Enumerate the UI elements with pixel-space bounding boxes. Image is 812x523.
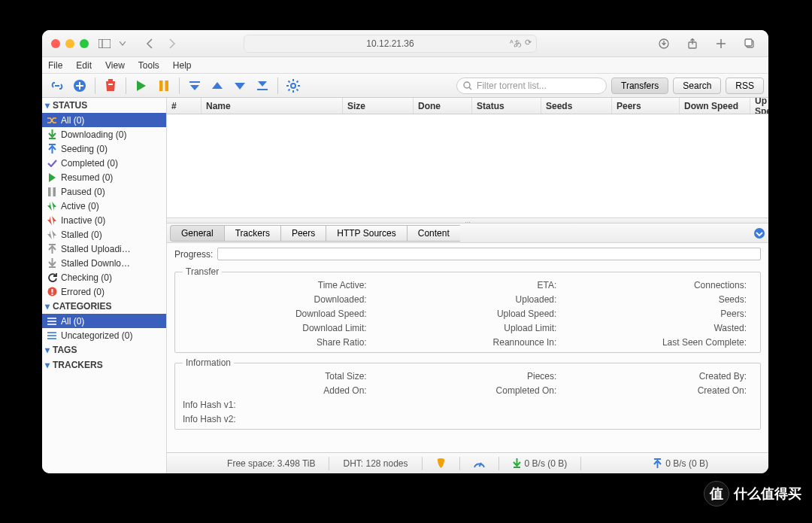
col-down[interactable]: Down Speed (680, 98, 750, 114)
move-down-button[interactable] (229, 77, 250, 95)
sidebar-group-categories[interactable]: ▾CATEGORIES (42, 299, 166, 314)
sidebar-item-active[interactable]: Active (0) (42, 199, 166, 213)
add-torrent-button[interactable] (69, 77, 90, 95)
reader-icon[interactable]: ᴬあ (510, 38, 522, 49)
sidebar-item-cat-uncategorized[interactable]: Uncategorized (0) (42, 328, 166, 342)
sidebar-item-seeding[interactable]: Seeding (0) (42, 141, 166, 156)
detail-tab-http[interactable]: HTTP Sources (326, 225, 406, 242)
status-down-rate[interactable]: 0 B/s (0 B) (513, 458, 568, 469)
sidebar-item-stalled[interactable]: Stalled (0) (42, 227, 166, 242)
torrent-table-body (167, 114, 768, 217)
sidebar-group-status[interactable]: ▾STATUS (42, 98, 166, 113)
svg-point-34 (754, 228, 765, 239)
transfer-legend: Transfer (183, 266, 222, 277)
sidebar-item-cat-all[interactable]: All (0) (42, 314, 166, 328)
menu-view[interactable]: View (105, 60, 125, 71)
col-up[interactable]: Up Speed (750, 98, 768, 114)
label-pieces: Pieces: (373, 371, 563, 382)
pause-icon (47, 187, 57, 197)
detail-tab-general[interactable]: General (170, 225, 224, 242)
col-seeds[interactable]: Seeds (541, 98, 612, 114)
app-window: 10.12.21.36 ᴬあ⟳ File Edit View Tools Hel… (42, 30, 768, 473)
menu-help[interactable]: Help (173, 60, 192, 71)
status-firewall-icon[interactable] (436, 458, 446, 469)
sidebar-item-errored[interactable]: Errored (0) (42, 284, 166, 299)
download-icon (47, 129, 57, 140)
svg-line-19 (297, 81, 298, 82)
tab-transfers[interactable]: Transfers (611, 78, 668, 94)
status-alt-speed-icon[interactable] (474, 458, 485, 468)
col-peers[interactable]: Peers (612, 98, 680, 114)
move-top-button[interactable] (184, 77, 205, 95)
address-text: 10.12.21.36 (366, 38, 414, 49)
sidebar-item-all[interactable]: All (0) (42, 113, 166, 127)
col-done[interactable]: Done (414, 98, 472, 114)
filter-placeholder: Filter torrent list... (477, 81, 547, 91)
back-button[interactable] (140, 35, 159, 52)
col-size[interactable]: Size (343, 98, 414, 114)
status-up-rate[interactable]: 0 B/s (0 B) (653, 458, 708, 469)
window-controls (51, 39, 89, 48)
delete-button[interactable] (100, 77, 121, 95)
status-free-space: Free space: 3.498 TiB (227, 458, 315, 469)
tabs-overview-icon[interactable] (740, 35, 759, 52)
sidebar-item-stalled-uploading[interactable]: Stalled Uploadi… (42, 242, 166, 256)
svg-point-21 (464, 82, 470, 88)
svg-rect-8 (108, 79, 113, 81)
add-link-button[interactable] (47, 77, 68, 95)
sidebar-item-stalled-downloading[interactable]: Stalled Downlo… (42, 256, 166, 270)
label-downloaded: Downloaded: (183, 294, 373, 305)
menu-edit[interactable]: Edit (76, 60, 92, 71)
error-icon (47, 287, 57, 297)
pause-button[interactable] (153, 77, 174, 95)
sidebar-item-checking[interactable]: Checking (0) (42, 270, 166, 284)
expand-icon[interactable] (753, 227, 765, 239)
move-up-button[interactable] (207, 77, 228, 95)
maximize-window-button[interactable] (80, 39, 89, 48)
tab-search[interactable]: Search (673, 78, 721, 94)
address-bar[interactable]: 10.12.21.36 ᴬあ⟳ (244, 35, 537, 53)
sidebar-group-tags[interactable]: ▾TAGS (42, 342, 166, 357)
menu-file[interactable]: File (48, 60, 62, 71)
sidebar-item-downloading[interactable]: Downloading (0) (42, 127, 166, 141)
active-icon (47, 201, 57, 211)
tab-rss[interactable]: RSS (726, 78, 764, 94)
upload-icon (47, 144, 57, 154)
label-dl-limit: Download Limit: (183, 323, 373, 333)
col-status[interactable]: Status (472, 98, 541, 114)
status-dht: DHT: 128 nodes (343, 458, 408, 469)
sidebar-toggle-icon[interactable] (95, 35, 114, 52)
splitter[interactable]: ··· (167, 217, 768, 223)
inactive-icon (47, 215, 57, 226)
minimize-window-button[interactable] (65, 39, 74, 48)
information-fieldset: Information Total Size: Pieces: Created … (174, 357, 761, 430)
sidebar-item-paused[interactable]: Paused (0) (42, 184, 166, 199)
forward-button[interactable] (162, 35, 182, 52)
share-icon[interactable] (683, 35, 702, 52)
download-icon[interactable] (654, 35, 674, 52)
sidebar-group-trackers[interactable]: ▾TRACKERS (42, 357, 166, 372)
detail-tab-trackers[interactable]: Trackers (224, 225, 280, 242)
svg-point-12 (291, 84, 295, 88)
col-num[interactable]: # (167, 98, 201, 114)
play-icon (47, 172, 57, 183)
toolbar: Filter torrent list... Transfers Search … (42, 74, 768, 98)
sidebar-item-inactive[interactable]: Inactive (0) (42, 213, 166, 227)
dropdown-chevron-icon[interactable] (117, 35, 128, 52)
svg-rect-5 (745, 39, 752, 46)
detail-tab-peers[interactable]: Peers (280, 225, 326, 242)
stalled-icon (47, 230, 57, 240)
reload-icon[interactable]: ⟳ (525, 38, 532, 49)
close-window-button[interactable] (51, 39, 60, 48)
detail-tab-content[interactable]: Content (407, 225, 460, 242)
sidebar-item-resumed[interactable]: Resumed (0) (42, 170, 166, 184)
new-tab-icon[interactable] (711, 35, 731, 52)
resume-button[interactable] (131, 77, 152, 95)
filter-input[interactable]: Filter torrent list... (456, 78, 607, 94)
sidebar-item-completed[interactable]: Completed (0) (42, 156, 166, 170)
col-name[interactable]: Name (201, 98, 343, 114)
svg-line-17 (289, 81, 290, 82)
settings-button[interactable] (283, 77, 304, 95)
move-bottom-button[interactable] (252, 77, 273, 95)
menu-tools[interactable]: Tools (138, 60, 159, 71)
